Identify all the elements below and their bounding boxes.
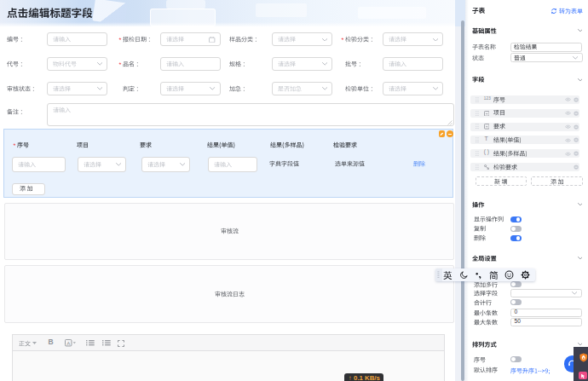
- svg-text:A: A: [66, 340, 71, 346]
